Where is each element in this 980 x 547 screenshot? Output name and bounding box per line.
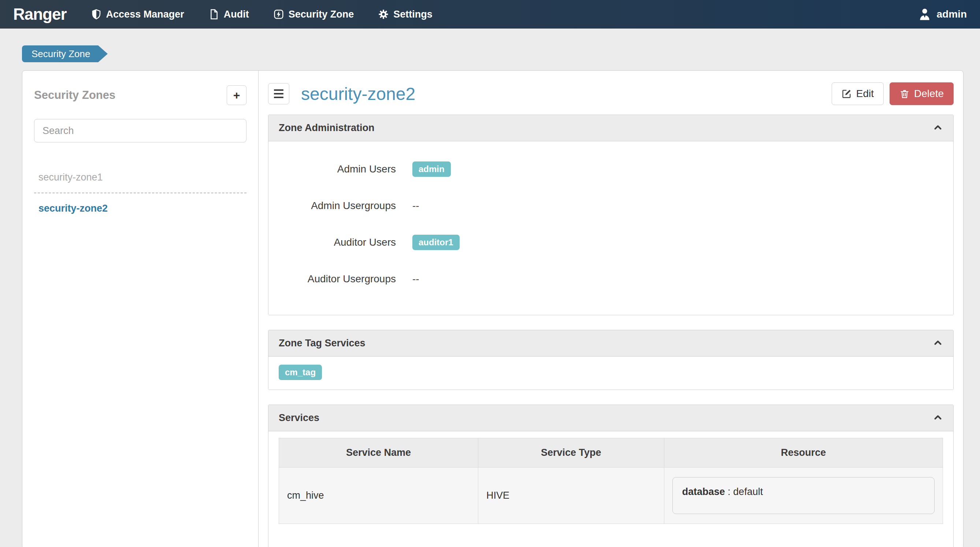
field-label: Auditor Usergroups — [269, 273, 396, 285]
ranger-logo[interactable]: Ranger — [13, 5, 67, 24]
bolt-icon — [273, 9, 284, 20]
nav-item-label: Settings — [393, 9, 433, 20]
tag-service-badge: cm_tag — [279, 365, 322, 380]
top-navbar: Ranger Access Manager Audit Security Zon… — [0, 0, 980, 29]
zone-administration-panel: Zone Administration Admin Users admin Ad… — [268, 114, 954, 315]
chevron-up-icon — [932, 337, 943, 349]
edit-button-label: Edit — [856, 88, 874, 100]
add-zone-button[interactable]: + — [227, 85, 247, 105]
zone-tag-services-panel: Zone Tag Services cm_tag — [268, 330, 954, 390]
user-icon — [918, 7, 932, 21]
collapse-zone-tag-services-button[interactable] — [931, 337, 945, 350]
empty-value: -- — [412, 200, 419, 211]
nav-item-audit[interactable]: Audit — [208, 9, 249, 20]
resource-key: database — [682, 486, 725, 497]
services-header: Services — [269, 405, 953, 431]
field-label: Auditor Users — [269, 237, 396, 248]
resource-value: default — [733, 486, 763, 497]
delete-button-label: Delete — [914, 88, 944, 100]
admin-usergroups-row: Admin Usergroups -- — [269, 188, 953, 224]
file-icon — [208, 9, 220, 20]
admin-users-row: Admin Users admin — [269, 151, 953, 188]
collapse-zone-administration-button[interactable] — [931, 122, 945, 135]
service-type-cell: HIVE — [478, 467, 664, 524]
table-row: cm_hive HIVE database : default — [279, 467, 943, 524]
panel-title: Zone Administration — [279, 122, 375, 133]
content-card: Security Zones + security-zone1 security… — [22, 70, 964, 547]
zone-list-item-security-zone2[interactable]: security-zone2 — [34, 197, 247, 220]
empty-value: -- — [412, 273, 419, 285]
collapse-services-button[interactable] — [931, 412, 945, 425]
nav-item-settings[interactable]: Settings — [378, 9, 433, 20]
shield-icon — [91, 9, 102, 20]
nav-item-label: Audit — [224, 9, 249, 20]
auditor-users-row: Auditor Users auditor1 — [269, 224, 953, 261]
security-zones-sidebar: Security Zones + security-zone1 security… — [22, 71, 259, 547]
hamburger-icon — [274, 89, 283, 91]
edit-icon — [842, 89, 852, 99]
auditor-usergroups-row: Auditor Usergroups -- — [269, 261, 953, 297]
trash-icon — [899, 89, 910, 99]
hamburger-menu-button[interactable] — [268, 83, 289, 104]
nav-item-label: Security Zone — [289, 9, 354, 20]
panel-title: Zone Tag Services — [279, 337, 366, 348]
breadcrumb: Security Zone — [22, 45, 980, 62]
resource-cell: database : default — [664, 467, 943, 524]
page-title: security-zone2 — [301, 84, 415, 104]
column-header-resource: Resource — [664, 438, 943, 467]
chevron-up-icon — [932, 412, 943, 424]
zone-detail-main: security-zone2 Edit Delete Zo — [259, 71, 963, 547]
zone-list: security-zone1 security-zone2 — [34, 166, 247, 220]
user-name: admin — [937, 8, 967, 20]
resource-separator: : — [725, 486, 733, 497]
zone-administration-header: Zone Administration — [269, 115, 953, 142]
chevron-up-icon — [932, 122, 943, 134]
services-table: Service Name Service Type Resource cm_hi… — [279, 438, 943, 524]
navbar-menu: Access Manager Audit Security Zone — [91, 9, 433, 20]
resource-box: database : default — [672, 477, 935, 514]
sidebar-title: Security Zones — [34, 89, 115, 102]
column-header-service-name: Service Name — [279, 438, 478, 467]
field-label: Admin Usergroups — [269, 200, 396, 211]
service-name-cell: cm_hive — [279, 467, 478, 524]
auditor-user-badge: auditor1 — [412, 235, 460, 250]
breadcrumb-security-zone[interactable]: Security Zone — [22, 45, 98, 62]
zone-list-item-security-zone1[interactable]: security-zone1 — [34, 166, 247, 193]
column-header-service-type: Service Type — [478, 438, 664, 467]
services-panel: Services Service Name Service Type Resou… — [268, 405, 954, 547]
admin-user-badge: admin — [412, 161, 451, 177]
nav-item-access-manager[interactable]: Access Manager — [91, 9, 184, 20]
user-menu[interactable]: admin — [918, 7, 967, 21]
gear-icon — [378, 9, 389, 20]
delete-button[interactable]: Delete — [889, 83, 954, 105]
field-label: Admin Users — [269, 163, 396, 175]
zone-search-input[interactable] — [34, 119, 247, 142]
nav-item-security-zone[interactable]: Security Zone — [273, 9, 354, 20]
zone-tag-services-header: Zone Tag Services — [269, 330, 953, 356]
panel-title: Services — [279, 412, 319, 423]
nav-item-label: Access Manager — [106, 9, 184, 20]
edit-button[interactable]: Edit — [832, 83, 884, 105]
